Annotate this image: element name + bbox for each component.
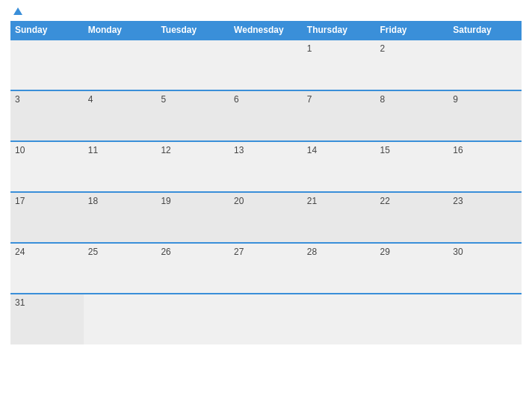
weekday-header-friday: Friday [376, 21, 449, 40]
calendar-cell [448, 40, 522, 90]
calendar-cell: 25 [84, 243, 157, 294]
calendar-cell [84, 40, 157, 90]
day-number: 12 [161, 145, 170, 155]
logo-triangle-icon [13, 7, 22, 15]
calendar-cell: 6 [229, 90, 303, 141]
calendar-cell [303, 294, 376, 344]
day-number: 18 [88, 196, 98, 206]
weekday-header-saturday: Saturday [448, 21, 522, 40]
calendar-week-row: 31 [10, 294, 522, 344]
day-number: 21 [307, 196, 317, 206]
day-number: 10 [15, 145, 25, 155]
day-number: 23 [453, 196, 463, 206]
day-number: 6 [234, 94, 239, 105]
calendar-week-row: 24252627282930 [10, 243, 522, 294]
calendar-cell: 22 [376, 192, 449, 243]
calendar-cell: 16 [448, 141, 522, 192]
day-number: 26 [161, 247, 170, 257]
calendar-cell [156, 40, 229, 90]
calendar-cell: 13 [229, 141, 303, 192]
calendar-cell: 18 [84, 192, 157, 243]
day-number: 9 [453, 94, 458, 105]
day-number: 27 [234, 247, 244, 257]
day-number: 16 [453, 145, 463, 155]
logo [10, 7, 22, 15]
day-number: 30 [453, 247, 463, 257]
calendar-cell: 24 [10, 243, 84, 294]
day-number: 19 [161, 196, 170, 206]
day-number: 1 [307, 43, 312, 54]
day-number: 17 [15, 196, 25, 206]
calendar-cell [156, 294, 229, 344]
day-number: 2 [380, 43, 386, 54]
day-number: 22 [380, 196, 390, 206]
day-number: 14 [307, 145, 317, 155]
calendar-table: SundayMondayTuesdayWednesdayThursdayFrid… [10, 21, 522, 344]
day-number: 7 [307, 94, 312, 105]
day-number: 3 [15, 94, 20, 105]
calendar-cell [229, 40, 303, 90]
weekday-header-thursday: Thursday [303, 21, 376, 40]
calendar-cell: 31 [10, 294, 84, 344]
day-number: 11 [88, 145, 98, 155]
calendar-cell: 17 [10, 192, 84, 243]
calendar-cell: 30 [448, 243, 522, 294]
calendar-cell: 20 [229, 192, 303, 243]
calendar-cell: 29 [376, 243, 449, 294]
weekday-header-monday: Monday [84, 21, 157, 40]
calendar-cell [229, 294, 303, 344]
weekday-header-sunday: Sunday [10, 21, 84, 40]
calendar-cell [448, 294, 522, 344]
calendar-cell: 21 [303, 192, 376, 243]
calendar-cell: 11 [84, 141, 157, 192]
day-number: 31 [15, 297, 25, 308]
weekday-header-wednesday: Wednesday [229, 21, 303, 40]
header [10, 7, 522, 15]
day-number: 8 [380, 94, 386, 105]
calendar-cell: 27 [229, 243, 303, 294]
weekday-header-tuesday: Tuesday [156, 21, 229, 40]
calendar-cell: 28 [303, 243, 376, 294]
calendar-cell: 4 [84, 90, 157, 141]
calendar-cell: 19 [156, 192, 229, 243]
calendar-cell: 26 [156, 243, 229, 294]
calendar-cell: 7 [303, 90, 376, 141]
calendar-cell: 1 [303, 40, 376, 90]
calendar-cell: 5 [156, 90, 229, 141]
day-number: 24 [15, 247, 25, 257]
calendar-week-row: 12 [10, 40, 522, 90]
logo-blue-row [10, 7, 22, 15]
day-number: 20 [234, 196, 244, 206]
day-number: 25 [88, 247, 98, 257]
calendar-week-row: 3456789 [10, 90, 522, 141]
calendar-cell: 8 [376, 90, 449, 141]
day-number: 5 [161, 94, 166, 105]
calendar-page: SundayMondayTuesdayWednesdayThursdayFrid… [0, 0, 532, 411]
day-number: 29 [380, 247, 390, 257]
calendar-cell [84, 294, 157, 344]
calendar-cell [376, 294, 449, 344]
calendar-cell: 23 [448, 192, 522, 243]
calendar-week-row: 10111213141516 [10, 141, 522, 192]
calendar-week-row: 17181920212223 [10, 192, 522, 243]
weekday-header-row: SundayMondayTuesdayWednesdayThursdayFrid… [10, 21, 522, 40]
calendar-cell: 14 [303, 141, 376, 192]
calendar-cell: 10 [10, 141, 84, 192]
calendar-cell [10, 40, 84, 90]
calendar-cell: 3 [10, 90, 84, 141]
calendar-cell: 9 [448, 90, 522, 141]
day-number: 28 [307, 247, 317, 257]
day-number: 15 [380, 145, 390, 155]
day-number: 4 [88, 94, 93, 105]
day-number: 13 [234, 145, 244, 155]
calendar-cell: 12 [156, 141, 229, 192]
calendar-cell: 2 [376, 40, 449, 90]
calendar-cell: 15 [376, 141, 449, 192]
